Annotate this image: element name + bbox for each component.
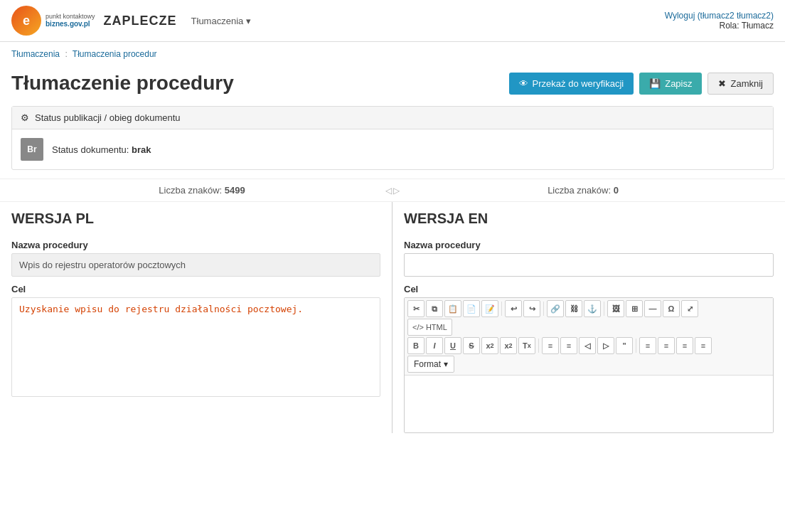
char-count-en-value: 0 bbox=[614, 185, 619, 196]
app-header: e punkt kontaktowy biznes.gov.pl ZAPLECZ… bbox=[0, 0, 785, 42]
tb-ul-button[interactable]: ≡ bbox=[560, 337, 577, 354]
tb-strike-button[interactable]: S bbox=[463, 337, 480, 354]
html-icon: </> bbox=[412, 323, 424, 331]
tb-maximize-button[interactable]: ⤢ bbox=[681, 300, 698, 317]
page-title-row: Tłumaczenie procedury 👁 Przekaż do weryf… bbox=[0, 66, 785, 106]
status-panel-title: Status publikacji / obieg dokumentu bbox=[35, 112, 181, 123]
status-badge: Br bbox=[21, 138, 43, 161]
gear-icon bbox=[21, 112, 29, 123]
logout-link[interactable]: Wyloguj (tłumacz2 tłumacz2) bbox=[665, 11, 774, 21]
tb-html-button[interactable]: </> HTML bbox=[407, 319, 452, 336]
tb-blockquote-button[interactable]: " bbox=[616, 337, 633, 354]
verify-button[interactable]: 👁 Przekaż do weryfikacji bbox=[509, 73, 634, 95]
status-panel: Status publikacji / obieg dokumentu Br S… bbox=[11, 106, 774, 170]
char-count-pl-value: 5499 bbox=[225, 185, 245, 196]
close-button[interactable]: ✖ Zamknij bbox=[707, 73, 774, 95]
pl-name-value: Wpis do rejestru operatorów pocztowych bbox=[11, 253, 380, 277]
tb-ol-button[interactable]: ≡ bbox=[542, 337, 559, 354]
role-value: Tłumacz bbox=[742, 21, 774, 31]
en-name-label: Nazwa procedury bbox=[404, 240, 774, 250]
rte-body[interactable] bbox=[405, 376, 773, 432]
transfer-arrows: ◁ ▷ bbox=[385, 186, 400, 196]
tb-copy-button[interactable]: ⧉ bbox=[426, 300, 443, 317]
tb-sep4 bbox=[538, 339, 539, 353]
format-label: Format bbox=[414, 359, 441, 369]
tb-bold-button[interactable]: B bbox=[407, 337, 424, 354]
tb-hr-button[interactable]: — bbox=[644, 300, 661, 317]
tb-italic-button[interactable]: I bbox=[426, 337, 443, 354]
status-label: Status dokumentu: bbox=[52, 144, 129, 155]
action-buttons: 👁 Przekaż do weryfikacji 💾 Zapisz ✖ Zamk… bbox=[509, 73, 774, 95]
header-left: e punkt kontaktowy biznes.gov.pl ZAPLECZ… bbox=[11, 6, 257, 36]
tb-unlink-button[interactable]: ⛓ bbox=[565, 300, 582, 317]
nav-tlumaczenia-label: Tłumaczenia bbox=[191, 16, 244, 26]
tb-table-button[interactable]: ⊞ bbox=[626, 300, 643, 317]
close-icon: ✖ bbox=[718, 78, 726, 89]
logo-letter: e bbox=[23, 14, 30, 28]
save-icon: 💾 bbox=[649, 78, 661, 89]
tb-special-chars-button[interactable]: Ω bbox=[663, 300, 680, 317]
tb-redo-button[interactable]: ↪ bbox=[523, 300, 540, 317]
col-en: WERSJA EN Nazwa procedury Cel ✂ ⧉ 📋 📄 📝 … bbox=[392, 202, 785, 433]
role-label: Rola: bbox=[720, 21, 739, 31]
breadcrumb: Tłumaczenia : Tłumaczenia procedur bbox=[0, 42, 785, 66]
tb-sep5 bbox=[636, 339, 636, 353]
tb-link-button[interactable]: 🔗 bbox=[547, 300, 564, 317]
logo-line2: biznes.gov.pl bbox=[46, 20, 95, 28]
pl-cel-textarea: Uzyskanie wpisu do rejestru działalności… bbox=[11, 297, 380, 397]
pl-version-title: WERSJA PL bbox=[11, 202, 380, 233]
pl-cel-label: Cel bbox=[11, 284, 380, 294]
tb-paste-button[interactable]: 📋 bbox=[444, 300, 461, 317]
tb-subscript-button[interactable]: x2 bbox=[481, 337, 498, 354]
logo-text: punkt kontaktowy biznes.gov.pl bbox=[46, 13, 95, 29]
tb-superscript-button[interactable]: x2 bbox=[500, 337, 517, 354]
status-text: Status dokumentu: brak bbox=[52, 144, 151, 155]
breadcrumb-link1[interactable]: Tłumaczenia bbox=[11, 49, 60, 59]
page-title: Tłumaczenie procedury bbox=[11, 72, 234, 95]
toolbar-row2: </> HTML bbox=[407, 319, 770, 336]
char-count-en: Liczba znaków: 0 bbox=[392, 185, 774, 196]
status-panel-header: Status publikacji / obieg dokumentu bbox=[12, 107, 773, 129]
tb-cut-button[interactable]: ✂ bbox=[407, 300, 424, 317]
format-dropdown-arrow: ▾ bbox=[444, 359, 448, 369]
status-value: brak bbox=[132, 144, 151, 155]
save-button[interactable]: 💾 Zapisz bbox=[639, 73, 702, 95]
rich-text-editor: ✂ ⧉ 📋 📄 📝 ↩ ↪ 🔗 ⛓ ⚓ 🖼 ⊞ — Ω bbox=[404, 297, 774, 433]
pl-name-label: Nazwa procedury bbox=[11, 240, 380, 250]
nav-dropdown-arrow: ▾ bbox=[246, 16, 251, 26]
rte-toolbar: ✂ ⧉ 📋 📄 📝 ↩ ↪ 🔗 ⛓ ⚓ 🖼 ⊞ — Ω bbox=[405, 298, 773, 376]
tb-sep2 bbox=[543, 302, 544, 316]
tb-anchor-button[interactable]: ⚓ bbox=[584, 300, 601, 317]
en-cel-label: Cel bbox=[404, 284, 774, 294]
breadcrumb-link2[interactable]: Tłumaczenia procedur bbox=[73, 49, 157, 59]
tb-align-left-button[interactable]: ≡ bbox=[639, 337, 656, 354]
tb-paste-word-button[interactable]: 📝 bbox=[481, 300, 498, 317]
char-count-pl: Liczba znaków: 5499 ◁ ▷ bbox=[11, 185, 392, 196]
tb-align-right-button[interactable]: ≡ bbox=[676, 337, 693, 354]
toolbar-row3: B I U S x2 x2 Tx ≡ ≡ ◁ ▷ " ≡ ≡ ≡ bbox=[407, 337, 770, 354]
tb-remove-format-button[interactable]: Tx bbox=[518, 337, 535, 354]
char-count-row: Liczba znaków: 5499 ◁ ▷ Liczba znaków: 0 bbox=[0, 179, 785, 201]
arrow-left-icon: ◁ bbox=[385, 186, 392, 196]
tb-align-center-button[interactable]: ≡ bbox=[658, 337, 675, 354]
tb-align-justify-button[interactable]: ≡ bbox=[695, 337, 712, 354]
tb-undo-button[interactable]: ↩ bbox=[505, 300, 522, 317]
tb-image-button[interactable]: 🖼 bbox=[607, 300, 624, 317]
tb-indent-more-button[interactable]: ▷ bbox=[597, 337, 614, 354]
eye-icon: 👁 bbox=[519, 78, 528, 89]
en-name-input[interactable] bbox=[404, 253, 774, 277]
tb-underline-button[interactable]: U bbox=[444, 337, 461, 354]
col-pl: WERSJA PL Nazwa procedury Wpis do rejest… bbox=[0, 202, 392, 433]
format-dropdown[interactable]: Format ▾ bbox=[407, 356, 454, 373]
header-user: Wyloguj (tłumacz2 tłumacz2) Rola: Tłumac… bbox=[665, 11, 774, 31]
tb-sep1 bbox=[501, 302, 502, 316]
tb-sep3 bbox=[604, 302, 604, 316]
tb-indent-less-button[interactable]: ◁ bbox=[579, 337, 596, 354]
toolbar-row1: ✂ ⧉ 📋 📄 📝 ↩ ↪ 🔗 ⛓ ⚓ 🖼 ⊞ — Ω bbox=[407, 300, 770, 317]
logo: e punkt kontaktowy biznes.gov.pl bbox=[11, 6, 95, 36]
toolbar-row4: Format ▾ bbox=[407, 356, 770, 373]
tb-paste-text-button[interactable]: 📄 bbox=[463, 300, 480, 317]
nav-tlumaczenia[interactable]: Tłumaczenia ▾ bbox=[186, 13, 257, 29]
verify-label: Przekaż do weryfikacji bbox=[533, 78, 624, 89]
char-count-en-label: Liczba znaków: bbox=[548, 185, 611, 196]
